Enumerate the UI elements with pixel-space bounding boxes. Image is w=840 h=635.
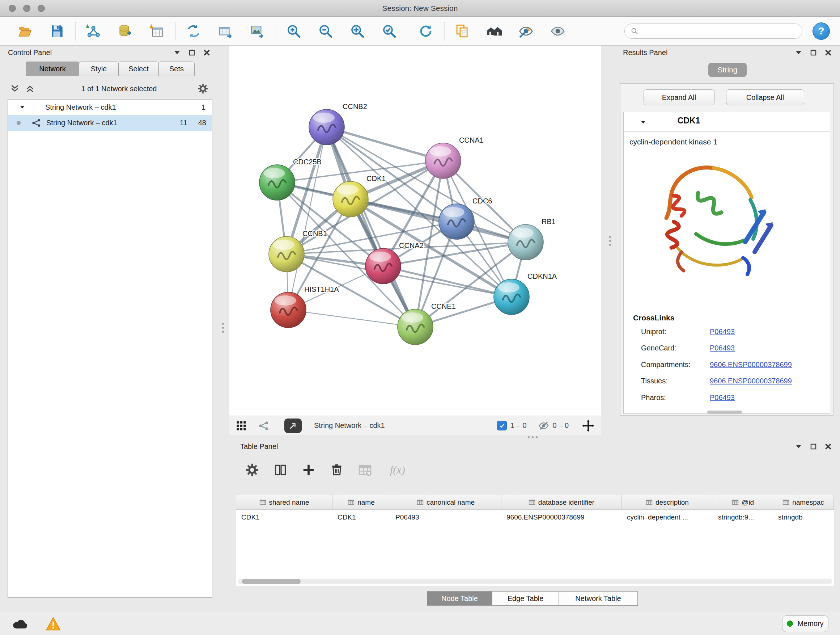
copy-style-button[interactable] [453, 22, 471, 40]
network-collection-row[interactable]: String Network – cdk1 1 [8, 100, 212, 115]
zoom-out-button[interactable] [317, 22, 335, 40]
edge-CCNB2-HIST1H1A[interactable] [288, 127, 327, 310]
close-window-button[interactable] [9, 5, 16, 12]
show-columns-button[interactable] [272, 462, 289, 478]
tab-select[interactable]: Select [118, 62, 159, 76]
collapse-panel-icon[interactable] [795, 49, 802, 57]
results-scrollbar-thumb[interactable] [707, 410, 742, 414]
table-settings-button[interactable] [244, 462, 261, 478]
tab-network[interactable]: Network [26, 62, 79, 76]
open-session-button[interactable] [16, 22, 34, 40]
collapse-gene-icon[interactable] [640, 119, 646, 125]
zoom-fit-button[interactable] [348, 22, 366, 40]
table-cell[interactable]: CDK1 [332, 510, 390, 524]
edge-CCNB2-CCNE1[interactable] [327, 127, 415, 327]
selected-checkbox-icon[interactable] [497, 421, 507, 431]
right-splitter-handle[interactable] [608, 233, 611, 248]
import-network-file-button[interactable] [84, 22, 103, 40]
crosslink-link[interactable]: P06493 [710, 328, 735, 336]
network-overview-icon[interactable] [258, 420, 269, 431]
node-CCNB2[interactable] [309, 109, 344, 145]
collapse-panel-icon[interactable] [173, 49, 181, 57]
column-header-canonical-name[interactable]: canonical name [390, 495, 501, 510]
close-panel-icon[interactable] [203, 49, 210, 57]
tree-expand-icon[interactable] [19, 105, 25, 110]
delete-column-button[interactable] [328, 462, 345, 478]
gene-card-header[interactable]: CDK1 [624, 112, 830, 132]
node-CCNB1[interactable] [269, 236, 304, 272]
column-header-description[interactable]: description [622, 495, 713, 510]
network-options-gear-icon[interactable] [197, 83, 208, 94]
tab-network-table[interactable]: Network Table [559, 591, 638, 606]
hidden-eye-icon[interactable] [538, 420, 549, 431]
node-table[interactable]: shared namenamecanonical namedatabase id… [236, 495, 834, 586]
tab-edge-table[interactable]: Edge Table [492, 591, 559, 606]
node-CDK1[interactable] [333, 181, 368, 217]
zoom-selected-button[interactable] [380, 22, 398, 40]
float-panel-icon[interactable] [810, 443, 817, 450]
scrollbar-thumb[interactable] [242, 579, 301, 584]
tab-node-table[interactable]: Node Table [427, 591, 493, 606]
node-CCNE1[interactable] [398, 309, 433, 345]
column-header-namespac[interactable]: namespac [773, 495, 834, 510]
column-header-name[interactable]: name [332, 495, 390, 510]
network-canvas[interactable]: CCNB2CCNA1CDC25BCDK1CDC6RB1CCNB1CCNA2CDK… [229, 46, 601, 416]
edge-CDK1-RB1[interactable] [351, 199, 526, 242]
show-all-button[interactable] [549, 22, 567, 40]
network-row-selected[interactable]: String Network – cdk1 11 48 [8, 115, 212, 131]
close-panel-icon[interactable] [824, 49, 832, 57]
table-cell[interactable]: 9606.ENSP00000378699 [501, 510, 622, 524]
memory-button[interactable]: Memory [782, 616, 829, 632]
node-CDC25B[interactable] [259, 165, 295, 200]
minimize-window-button[interactable] [23, 5, 30, 12]
expand-all-networks-icon[interactable] [25, 84, 35, 93]
bottom-splitter-handle[interactable] [525, 435, 540, 439]
table-cell[interactable]: stringdb:9... [713, 510, 773, 524]
node-CDKN1A[interactable] [494, 279, 529, 315]
crosslink-link[interactable]: P06493 [710, 394, 735, 402]
function-builder-button[interactable]: f(x) [390, 464, 405, 476]
node-HIST1H1A[interactable] [271, 292, 306, 328]
node-RB1[interactable] [508, 225, 543, 260]
import-table-file-button[interactable] [148, 22, 166, 40]
left-splitter-handle[interactable] [221, 320, 224, 335]
warning-icon[interactable] [46, 617, 61, 631]
search-box[interactable] [624, 24, 802, 39]
edge-HIST1H1A-CCNE1[interactable] [288, 310, 415, 327]
grid-view-icon[interactable] [236, 420, 247, 431]
tab-string[interactable]: String [708, 63, 747, 77]
open-in-new-window-button[interactable] [284, 418, 302, 433]
expand-all-button[interactable]: Expand All [644, 89, 714, 105]
table-row[interactable]: CDK1CDK1P064939606.ENSP00000378699cyclin… [236, 510, 834, 524]
crosslink-link[interactable]: P06493 [710, 344, 735, 352]
table-cell[interactable]: stringdb [773, 510, 834, 524]
pan-crosshair-icon[interactable] [582, 419, 595, 432]
column-header-shared-name[interactable]: shared name [236, 495, 332, 510]
column-header--id[interactable]: @id [713, 495, 773, 510]
collapse-panel-icon[interactable] [795, 443, 802, 450]
table-horizontal-scrollbar[interactable] [238, 579, 832, 584]
float-panel-icon[interactable] [188, 49, 196, 57]
crosslink-link[interactable]: 9606.ENSP00000378699 [710, 361, 792, 369]
column-header-database-identifier[interactable]: database identifier [501, 495, 622, 510]
node-CDC6[interactable] [439, 204, 474, 239]
search-input[interactable] [642, 27, 796, 35]
apply-layout-button[interactable] [417, 22, 435, 40]
table-cell[interactable]: P06493 [390, 510, 501, 524]
node-CCNA1[interactable] [425, 143, 461, 179]
collapse-all-networks-icon[interactable] [10, 84, 19, 93]
network-graph[interactable]: CCNB2CCNA1CDC25BCDK1CDC6RB1CCNB1CCNA2CDK… [229, 46, 601, 416]
tab-style[interactable]: Style [79, 62, 118, 76]
table-cell[interactable]: cyclin–dependent ... [622, 510, 713, 524]
crosslink-link[interactable]: 9606.ENSP00000378699 [710, 377, 792, 385]
zoom-window-button[interactable] [38, 5, 45, 12]
clone-network-button[interactable] [185, 22, 202, 40]
close-panel-icon[interactable] [824, 443, 832, 450]
export-image-button[interactable] [248, 22, 266, 40]
import-network-database-button[interactable] [116, 22, 134, 40]
first-neighbors-button[interactable] [485, 22, 503, 40]
hide-selected-button[interactable] [517, 22, 535, 40]
tab-sets[interactable]: Sets [158, 62, 195, 76]
table-cell[interactable]: CDK1 [236, 510, 332, 524]
network-from-table-button[interactable] [216, 22, 234, 40]
